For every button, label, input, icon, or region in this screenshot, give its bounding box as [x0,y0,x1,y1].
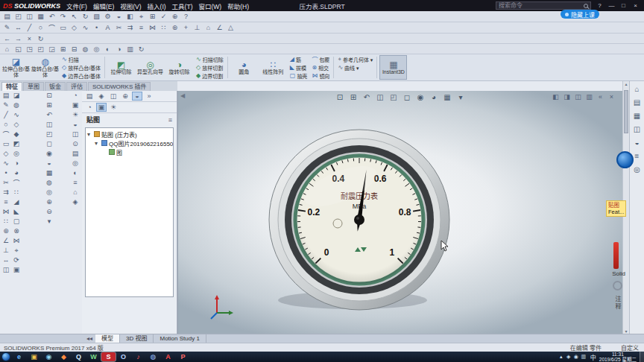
tool-icon[interactable]: ◉ [45,149,54,158]
tool-icon[interactable]: ∷ [12,188,22,197]
tool-icon[interactable]: ≡ [1,197,11,206]
intersect-button[interactable]: ⊗ 相交 [310,63,331,72]
tool-icon[interactable]: ◑ [12,159,22,168]
rapid-sketch-icon[interactable]: △ [226,23,236,32]
menu-insert[interactable]: 插入(I) [145,1,168,10]
wechat-icon[interactable]: W [86,352,101,361]
tool-icon[interactable]: ⌂ [71,188,80,197]
qq-icon[interactable]: Q [72,352,86,361]
curves-button[interactable]: ∿ 曲线 ▾ [336,63,374,72]
help-button[interactable]: ? [594,2,605,9]
tool-icon[interactable]: ◇ [1,149,11,158]
language-indicator[interactable]: 中 [590,353,596,361]
shadow-icon[interactable]: ◑ [114,45,124,54]
view-appearances-icon[interactable]: ◔ [84,103,95,112]
adobe-icon[interactable]: A [161,352,175,361]
sticky-note[interactable]: 贴图 Feat... [606,200,626,217]
offset-entities-icon[interactable]: ≡ [136,23,146,32]
tool-icon[interactable]: ⊞ [45,101,54,109]
back-icon[interactable]: ← [2,34,12,43]
tool-icon[interactable]: ◪ [12,91,22,100]
tool-icon[interactable]: ⟳ [12,255,22,264]
tool-icon[interactable]: ⌒ [1,130,11,139]
search-input[interactable] [499,2,581,9]
undo-icon[interactable]: ↶ [47,12,57,21]
office-icon[interactable]: ◆ [57,352,71,361]
tool-icon[interactable]: ⊡ [45,91,54,100]
show-desktop-button[interactable] [640,352,644,362]
save-icon[interactable]: ◫ [25,12,34,21]
tool-icon[interactable]: ▢ [12,217,22,226]
tool-icon[interactable]: ◻ [45,139,54,148]
boundary-boss-button[interactable]: ◆ 边界凸台/基体 [60,72,102,80]
top-view-icon[interactable]: ⊞ [58,45,68,54]
tool-icon[interactable]: ◐ [71,168,80,177]
tool-icon[interactable]: ◢ [12,197,22,206]
menu-tools[interactable]: 工具(T) [170,1,195,10]
featuremanager-tree-tab-icon[interactable]: ▤ [84,92,95,101]
tool-icon[interactable]: ◒ [71,120,80,129]
fillet-button[interactable]: ◕ 圆角 [230,55,258,80]
swept-cut-button[interactable]: ∿ 扫描切除 [195,55,225,63]
command-search[interactable] [496,1,591,10]
polygon-icon[interactable]: ◇ [69,23,79,32]
extruded-boss-button[interactable]: ◪ 拉伸凸台/基体 [2,55,30,80]
tool-icon[interactable]: ◎ [12,149,22,158]
print-icon[interactable]: ▦ [36,12,45,21]
tool-icon[interactable]: ⌒ [12,178,22,187]
stop-icon[interactable]: × [25,34,34,43]
tool-icon[interactable]: ◎ [45,188,54,197]
text-icon[interactable]: A [103,23,113,32]
shell-button[interactable]: ▢ 抽壳 [288,72,309,80]
ring-icon[interactable] [613,281,622,290]
tool-icon[interactable]: ○ [1,120,11,129]
shaded-icon[interactable]: ◐ [103,45,113,54]
sketch-icon[interactable]: ✎ [2,23,12,32]
edit-appearance-icon[interactable]: ◒ [114,12,124,21]
tool-icon[interactable]: ◰ [45,130,54,139]
line-icon[interactable]: ╱ [25,23,34,32]
panel-options-icon[interactable]: ≡ [168,116,172,124]
rectangle-icon[interactable]: ▭ [58,23,68,32]
menu-window[interactable]: 窗口(W) [196,1,224,10]
mirror-button[interactable]: ⋈ 镜向 [310,72,331,80]
tool-icon[interactable]: ▤ [1,91,11,100]
rotate-view-icon[interactable]: ↻ [136,45,146,54]
display-relations-icon[interactable]: ⊥ [192,23,202,32]
left-view-icon[interactable]: ◰ [36,45,45,54]
tab-evaluate[interactable]: 评估 [66,82,87,91]
lofted-boss-button[interactable]: ◇ 放样凸台/基体 [60,63,102,72]
dimxpertmanager-tab-icon[interactable]: ⊕ [120,92,130,101]
tab-sheet-metal[interactable]: 钣金 [45,82,66,91]
wireframe-icon[interactable]: ◎ [92,45,101,54]
status-customize[interactable]: 自定义 [621,343,639,352]
back-view-icon[interactable]: ◳ [25,45,34,54]
tool-icon[interactable]: ▤ [71,149,80,158]
tool-icon[interactable]: ▣ [12,265,22,274]
section-view-icon[interactable]: ◫ [375,92,386,101]
rib-button[interactable]: ◢ 筋 [288,55,309,63]
ribbon-separator[interactable] [227,57,228,78]
tool-icon[interactable]: ◕ [12,168,22,177]
solidworks-icon[interactable]: S [101,352,116,361]
bottom-view-icon[interactable]: ⊟ [69,45,79,54]
view-orientation-icon[interactable]: ◰ [388,92,400,101]
ribbon-separator[interactable] [376,57,377,78]
menu-view[interactable]: 视图(V) [118,1,143,10]
tray-network-icon[interactable]: ▥ [580,352,587,361]
tab-scroll-icon[interactable]: ◂◂ [83,335,95,342]
tool-icon[interactable]: ◆ [12,130,22,139]
arc-icon[interactable]: ⌒ [47,23,57,32]
new-file-icon[interactable]: ▤ [2,12,12,21]
circle-icon[interactable]: ○ [36,23,45,32]
tray-volume-icon[interactable]: ◉ [572,352,580,361]
tool-icon[interactable]: ⋈ [1,207,11,216]
search-icon[interactable] [584,4,588,8]
tab-solidworks-addins[interactable]: SOLIDWORKS 插件 [88,82,151,91]
tool-icon[interactable]: ✎ [1,101,11,109]
pressure-gauge-model[interactable]: 00.20.40.60.81 耐震压力表 MPa [266,127,452,313]
display-style-icon[interactable]: ◻ [402,92,413,101]
tool-icon[interactable]: ◔ [71,91,80,100]
right-view-icon[interactable]: ◲ [47,45,57,54]
close-button[interactable]: × [630,2,641,9]
